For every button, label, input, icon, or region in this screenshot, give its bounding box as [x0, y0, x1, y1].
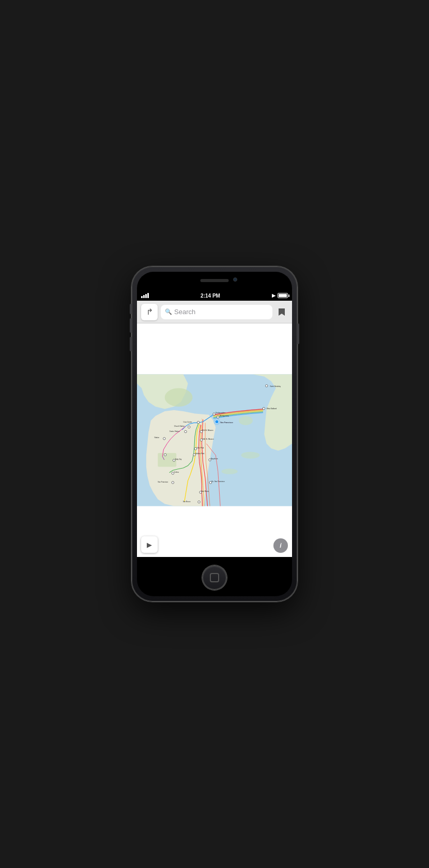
svg-text:So. San Francisco: So. San Francisco: [211, 481, 225, 483]
info-icon: i: [280, 542, 281, 549]
svg-point-8: [266, 385, 268, 387]
svg-text:San Bruno: San Bruno: [183, 501, 191, 503]
phone-inner: 2:14 PM ▶ ↱ 🔍 Search: [137, 272, 292, 596]
svg-point-4: [165, 388, 193, 407]
svg-text:Embarcadero: Embarcadero: [216, 412, 225, 414]
status-right: ▶: [272, 293, 288, 298]
svg-text:San Bruno: San Bruno: [201, 490, 209, 492]
navigation-button[interactable]: ↱: [141, 304, 158, 320]
svg-point-12: [213, 413, 215, 415]
svg-text:North Berkeley: North Berkeley: [270, 385, 281, 388]
search-placeholder: Search: [174, 308, 195, 316]
svg-point-35: [209, 459, 211, 461]
svg-text:Montgomery: Montgomery: [220, 415, 229, 417]
svg-point-45: [198, 501, 200, 503]
signal-indicator: [141, 293, 149, 298]
svg-point-30: [193, 454, 195, 456]
turn-right-icon: ↱: [146, 307, 153, 317]
svg-point-1: [239, 416, 253, 425]
bookmark-icon: [278, 307, 286, 317]
svg-text:San Francisco: San Francisco: [220, 422, 233, 424]
search-field[interactable]: 🔍 Search: [161, 305, 272, 319]
silent-button[interactable]: [130, 304, 132, 314]
phone-frame: 2:14 PM ▶ ↱ 🔍 Search: [132, 267, 297, 601]
status-bar: 2:14 PM ▶: [137, 290, 292, 301]
map-svg: North Berkeley West Oakland Embarcadero …: [137, 323, 292, 557]
svg-point-33: [173, 459, 175, 461]
volume-down-button[interactable]: [130, 337, 132, 351]
location-button[interactable]: ▶: [141, 536, 158, 553]
svg-text:Daly City: Daly City: [175, 458, 182, 460]
svg-point-7: [213, 419, 220, 425]
svg-point-39: [172, 482, 174, 484]
svg-point-20: [185, 430, 187, 432]
search-bar: ↱ 🔍 Search: [137, 301, 292, 323]
svg-text:Colma: Colma: [174, 471, 179, 473]
svg-text:16th St. Mission: 16th St. Mission: [202, 429, 213, 431]
map-controls: ▶: [141, 536, 158, 553]
svg-point-10: [263, 407, 265, 409]
svg-point-32: [164, 454, 166, 456]
location-icon: ▶: [272, 293, 275, 298]
svg-point-28: [194, 447, 196, 450]
location-arrow-icon: ▶: [147, 541, 152, 549]
battery-indicator: [278, 293, 288, 298]
signal-bar-1: [141, 296, 143, 298]
screen: 2:14 PM ▶ ↱ 🔍 Search: [137, 290, 292, 557]
svg-text:Glen Park: Glen Park: [197, 447, 204, 449]
speaker: [201, 279, 229, 282]
camera: [233, 277, 237, 282]
svg-point-16: [197, 421, 199, 423]
svg-text:Bayshore: Bayshore: [211, 458, 218, 460]
signal-bar-4: [147, 293, 149, 298]
map-container[interactable]: North Berkeley West Oakland Embarcadero …: [137, 323, 292, 557]
svg-text:Civic Center: Civic Center: [183, 421, 192, 423]
svg-point-37: [172, 472, 174, 474]
svg-text:Castro Station: Castro Station: [170, 430, 180, 432]
signal-bar-2: [143, 295, 145, 298]
info-button[interactable]: i: [273, 538, 288, 553]
svg-text:San Francisco: San Francisco: [158, 481, 168, 483]
bookmark-button[interactable]: [275, 306, 288, 318]
search-icon: 🔍: [165, 308, 172, 315]
svg-point-18: [188, 426, 190, 428]
signal-bar-3: [145, 294, 147, 298]
svg-text:Church Station: Church Station: [174, 425, 185, 427]
power-button[interactable]: [297, 323, 299, 344]
home-icon: [210, 573, 219, 582]
svg-text:Station: Station: [155, 437, 160, 439]
svg-text:Balboa Park: Balboa Park: [195, 453, 204, 455]
status-time: 2:14 PM: [201, 293, 220, 299]
svg-text:24th St. Mission: 24th St. Mission: [202, 438, 213, 440]
volume-up-button[interactable]: [130, 318, 132, 333]
svg-text:West Oakland: West Oakland: [267, 408, 277, 410]
svg-point-24: [163, 438, 165, 440]
svg-point-3: [221, 469, 237, 474]
home-button[interactable]: [202, 565, 227, 590]
svg-point-2: [241, 452, 259, 458]
svg-point-14: [217, 416, 219, 418]
battery-fill: [279, 294, 287, 297]
